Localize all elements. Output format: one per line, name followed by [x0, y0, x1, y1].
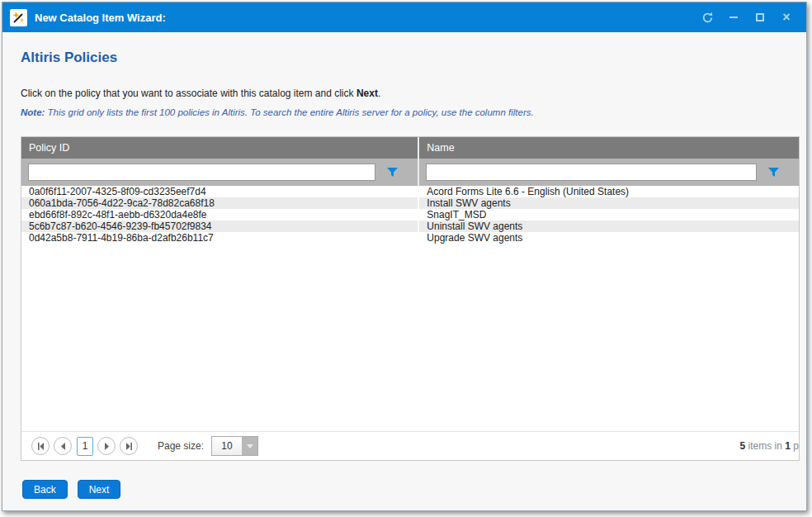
grid-body: 0a0f6f11-2007-4325-8f09-cd3235eef7d4 Aco… — [21, 186, 799, 244]
policy-name-cell: Uninstall SWV agents — [419, 221, 799, 232]
policy-id-cell: 060a1bda-7056-4d22-9ca2-78d82ca68f18 — [21, 197, 419, 209]
page-size-label: Page size: — [158, 440, 204, 452]
window-title: New Catalog Item Wizard: — [35, 12, 166, 24]
filter-funnel-icon[interactable] — [768, 168, 779, 178]
policy-name-cell: Acord Forms Lite 6.6 - English (United S… — [419, 186, 799, 197]
name-filter-input[interactable] — [426, 164, 757, 181]
page-size-dropdown[interactable]: 10 — [211, 436, 258, 456]
table-row[interactable]: ebd66f8f-892c-48f1-aebb-d6320da4e8fe Sna… — [21, 209, 799, 221]
policies-grid: Policy ID Name 0a0f6f11-200 — [21, 136, 800, 461]
maximize-icon[interactable] — [747, 7, 773, 28]
column-header-name[interactable]: Name — [419, 137, 799, 159]
policy-name-cell: SnagIT_MSD — [419, 209, 799, 221]
grid-empty-area — [21, 244, 799, 431]
page-title: Altiris Policies — [21, 50, 800, 66]
wizard-window: New Catalog Item Wizard: × Altiris Polic… — [2, 2, 807, 511]
wizard-footer: Back Next — [21, 480, 800, 499]
column-header-policy-id[interactable]: Policy ID — [21, 137, 419, 159]
window-controls: × — [694, 7, 800, 28]
filter-funnel-icon[interactable] — [387, 168, 398, 178]
refresh-icon[interactable] — [694, 7, 720, 28]
note-text: Note: This grid only lists the first 100… — [21, 107, 800, 117]
next-page-button[interactable] — [97, 437, 116, 455]
wizard-body: Altiris Policies Click on the policy tha… — [2, 32, 806, 510]
previous-page-button[interactable] — [54, 437, 72, 455]
instruction-text: Click on the policy that you want to ass… — [21, 88, 800, 99]
next-button[interactable]: Next — [78, 480, 121, 499]
first-page-button[interactable] — [31, 437, 50, 455]
grid-filter-row — [21, 159, 799, 186]
policy-name-cell: Upgrade SWV agents — [419, 232, 799, 244]
policy-id-cell: ebd66f8f-892c-48f1-aebb-d6320da4e8fe — [21, 209, 419, 221]
policy-id-cell: 0a0f6f11-2007-4325-8f09-cd3235eef7d4 — [21, 186, 419, 197]
last-page-button[interactable] — [120, 437, 138, 455]
chevron-down-icon[interactable] — [242, 437, 257, 455]
items-summary: 5 items in 1 p — [740, 440, 799, 452]
policy-id-filter-input[interactable] — [28, 164, 375, 181]
policy-id-cell: 0d42a5b8-7911-4b19-86ba-d2afb26b11c7 — [21, 232, 419, 244]
current-page-button[interactable]: 1 — [77, 437, 93, 456]
close-icon[interactable]: × — [773, 7, 800, 28]
wizard-app-icon — [10, 9, 27, 26]
table-row[interactable]: 5c6b7c87-b620-4546-9239-fb45702f9834 Uni… — [21, 221, 799, 232]
back-button[interactable]: Back — [22, 480, 68, 499]
table-row[interactable]: 0d42a5b8-7911-4b19-86ba-d2afb26b11c7 Upg… — [21, 232, 799, 244]
policy-id-cell: 5c6b7c87-b620-4546-9239-fb45702f9834 — [21, 221, 419, 232]
titlebar: New Catalog Item Wizard: × — [2, 2, 806, 32]
policy-name-cell: Install SWV agents — [419, 197, 799, 209]
table-row[interactable]: 0a0f6f11-2007-4325-8f09-cd3235eef7d4 Aco… — [21, 186, 799, 197]
table-row[interactable]: 060a1bda-7056-4d22-9ca2-78d82ca68f18 Ins… — [21, 197, 799, 209]
grid-header: Policy ID Name — [21, 137, 799, 159]
page-size-value: 10 — [212, 437, 242, 455]
minimize-icon[interactable] — [720, 7, 747, 28]
grid-pager: 1 Page size: 10 5 items in 1 p — [21, 431, 799, 460]
